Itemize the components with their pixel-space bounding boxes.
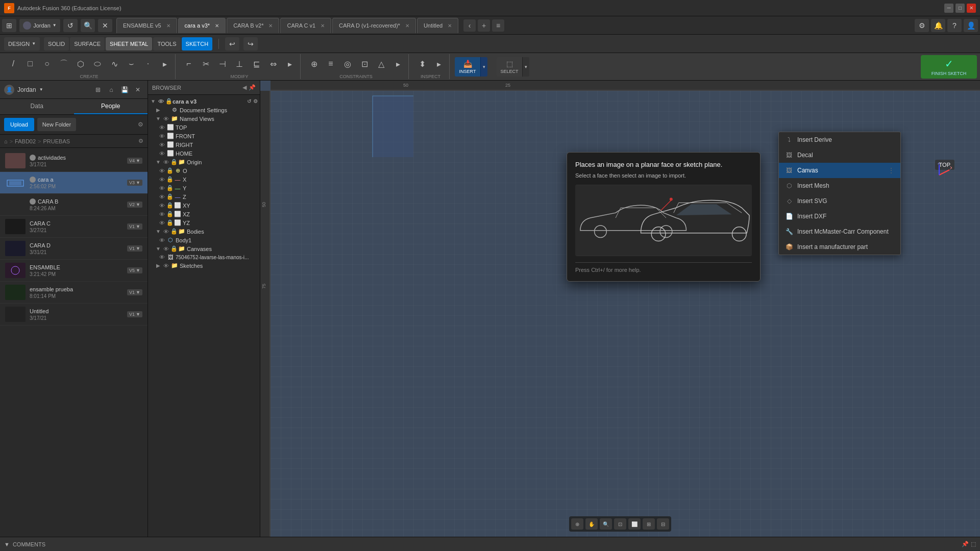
sheet-metal-tab[interactable]: SHEET METAL: [106, 37, 152, 51]
file-item[interactable]: ensamble prueba 8:01:14 PM V1 ▼: [0, 282, 148, 304]
file-item[interactable]: ENSAMBLE 3:21:42 PM V5 ▼: [0, 260, 148, 282]
tree-item-canvas1[interactable]: 👁 🖼 75046752-lavarse-las-manos-i...: [148, 253, 260, 261]
pruebas-breadcrumb[interactable]: PRUEBAS: [43, 138, 70, 144]
tab-close-icon[interactable]: ✕: [166, 23, 170, 29]
tab-cara-c[interactable]: CARA C v1 ✕: [280, 18, 331, 33]
tree-item-yz[interactable]: 👁 🔒 ⬜ YZ: [148, 218, 260, 227]
solid-tab[interactable]: SOLID: [44, 37, 69, 51]
more-constraints[interactable]: ▸: [390, 54, 406, 73]
tree-root[interactable]: ▼ 👁 🔒 cara a v3 ↺ ⚙: [148, 97, 260, 106]
undo-button[interactable]: ↩: [225, 37, 239, 51]
eye-icon[interactable]: 👁: [157, 98, 164, 105]
orbit-tool[interactable]: ⊕: [571, 518, 583, 530]
tree-item-z[interactable]: 👁 🔒 — Z: [148, 192, 260, 201]
tree-item-named-views[interactable]: ▼ 👁 📁 Named Views: [148, 114, 260, 123]
tab-cara-a[interactable]: cara a v3* ✕: [178, 18, 226, 33]
grid-toggle[interactable]: ⊟: [657, 518, 669, 530]
surface-tab[interactable]: SURFACE: [70, 37, 105, 51]
tree-item-front[interactable]: 👁 ⬜ FRONT: [148, 132, 260, 140]
comments-expand-button[interactable]: ⬚: [971, 541, 976, 547]
grid-icon[interactable]: ⊞: [2, 19, 16, 32]
people-tab[interactable]: People: [74, 99, 148, 114]
pan-tool[interactable]: ✋: [585, 518, 598, 530]
extend-tool[interactable]: ⊣: [214, 54, 231, 73]
fabd02-breadcrumb[interactable]: FABD02: [15, 138, 36, 144]
insert-main-btn[interactable]: 📥 INSERT: [455, 57, 480, 77]
coincident-tool[interactable]: ⊕: [306, 54, 322, 73]
apps-icon[interactable]: ⊞: [92, 84, 104, 95]
zoom-tool[interactable]: 🔍: [600, 518, 612, 530]
line-tool[interactable]: /: [5, 54, 21, 73]
tree-item-top[interactable]: 👁 ⬜ TOP: [148, 123, 260, 132]
mirror-tool[interactable]: ⇔: [265, 54, 281, 73]
tree-item[interactable]: ▶ ⚙ Document Settings: [148, 106, 260, 114]
finish-sketch-button[interactable]: ✓ FINISH SKETCH: [921, 55, 977, 79]
insert-manufacturer-item[interactable]: 📦 Insert a manufacturer part: [779, 239, 900, 255]
browser-collapse-button[interactable]: ◀: [242, 84, 247, 91]
panel-settings-icon[interactable]: ⚙: [138, 121, 143, 128]
browser-pin-button[interactable]: 📌: [249, 84, 256, 91]
redo-button[interactable]: ↪: [243, 37, 258, 51]
tab-close-icon[interactable]: ✕: [268, 23, 273, 29]
maximize-button[interactable]: □: [955, 4, 965, 13]
tree-item-xy[interactable]: 👁 🔒 ⬜ XY: [148, 201, 260, 210]
rect-tool[interactable]: □: [22, 54, 38, 73]
circle-tool[interactable]: ○: [39, 54, 55, 73]
tab-close-icon[interactable]: ✕: [405, 23, 409, 29]
tab-close-icon[interactable]: ✕: [215, 23, 219, 29]
tree-item-xz[interactable]: 👁 🔒 ⬜ XZ: [148, 210, 260, 218]
select-main-btn[interactable]: ⬚ SELECT: [497, 57, 522, 77]
home-breadcrumb[interactable]: ⌂: [4, 138, 8, 144]
upload-button[interactable]: Upload: [4, 118, 34, 131]
folder-settings-icon[interactable]: ⚙: [138, 138, 143, 144]
sketch-tab[interactable]: SKETCH: [182, 37, 213, 51]
insert-mesh-item[interactable]: ⬡ Insert Mesh: [779, 178, 900, 193]
break-tool[interactable]: ⊥: [231, 54, 248, 73]
file-item[interactable]: Untitled 3/17/21 V1 ▼: [0, 304, 148, 325]
tab-scroll-left[interactable]: ‹: [463, 19, 476, 32]
close-panel-button[interactable]: ✕: [98, 19, 112, 32]
select-dropdown-btn[interactable]: ▾: [522, 57, 529, 77]
comments-collapse-button[interactable]: ▼: [4, 541, 10, 547]
tab-untitled[interactable]: Untitled ✕: [417, 18, 458, 33]
collinear-tool[interactable]: ≡: [323, 54, 339, 73]
tree-item-o[interactable]: 👁 🔒 ⊕ O: [148, 166, 260, 175]
user-button[interactable]: Jordan ▼: [19, 19, 60, 32]
tree-item-x[interactable]: 👁 🔒 — X: [148, 175, 260, 184]
close-button[interactable]: ✕: [967, 4, 976, 13]
tab-close-icon[interactable]: ✕: [321, 23, 325, 29]
design-dropdown[interactable]: DESIGN ▼: [4, 37, 40, 51]
zoom-fit[interactable]: ⊡: [614, 518, 626, 530]
save-icon[interactable]: 💾: [119, 84, 130, 95]
data-tab[interactable]: Data: [0, 99, 74, 114]
poly-tool[interactable]: ⬡: [72, 54, 89, 73]
insert-decal-item[interactable]: 🖼 Decal: [779, 147, 900, 163]
insert-mcmaster-item[interactable]: 🔧 Insert McMaster-Carr Component: [779, 224, 900, 239]
search-button[interactable]: 🔍: [81, 19, 95, 32]
midpoint-tool[interactable]: ⊡: [356, 54, 373, 73]
panel-close-icon[interactable]: ✕: [132, 84, 143, 95]
tab-ensamble[interactable]: ENSAMBLE v5 ✕: [116, 18, 177, 33]
tools-tab[interactable]: TOOLS: [153, 37, 180, 51]
concentric-tool[interactable]: ◎: [339, 54, 356, 73]
arc-tool[interactable]: ⌒: [56, 54, 72, 73]
settings-icon[interactable]: ⚙: [915, 19, 929, 32]
sync-icon[interactable]: ↺: [63, 19, 78, 32]
lock-icon[interactable]: 🔒: [165, 98, 172, 105]
offset-tool[interactable]: ⊑: [248, 54, 264, 73]
tree-item-bodies[interactable]: ▼ 👁 🔒 📁 Bodies: [148, 227, 260, 236]
notification-icon[interactable]: 🔔: [931, 19, 945, 32]
eye-icon[interactable]: 👁: [158, 124, 165, 131]
spline-tool[interactable]: ∿: [106, 54, 122, 73]
tab-cara-d[interactable]: CARA D (v1-recovered)* ✕: [332, 18, 416, 33]
display-mode[interactable]: ⊞: [643, 518, 655, 530]
help-icon[interactable]: ?: [947, 19, 962, 32]
fix-tool[interactable]: △: [373, 54, 389, 73]
tab-overflow-button[interactable]: ≡: [492, 19, 504, 32]
eye-icon[interactable]: 👁: [158, 151, 165, 157]
tab-close-icon[interactable]: ✕: [448, 23, 452, 29]
refresh-icon[interactable]: ↺: [247, 98, 251, 104]
comments-pin-button[interactable]: 📌: [962, 541, 969, 547]
tab-add-button[interactable]: +: [478, 19, 490, 32]
insert-derive-item[interactable]: ⤵ Insert Derive: [779, 132, 900, 147]
